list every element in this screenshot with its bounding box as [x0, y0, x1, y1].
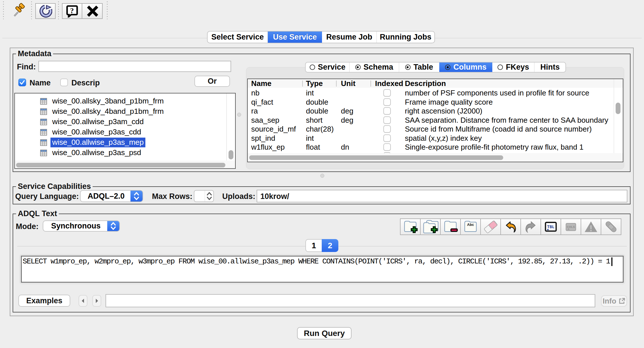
svg-text:TBL: TBL — [547, 225, 555, 229]
svg-text:?: ? — [70, 7, 74, 15]
svg-text:Abc: Abc — [467, 223, 474, 227]
svg-text:COLS: COLS — [567, 225, 575, 229]
